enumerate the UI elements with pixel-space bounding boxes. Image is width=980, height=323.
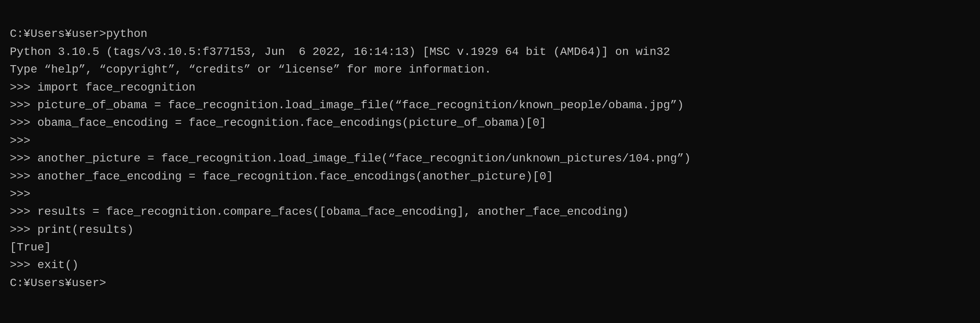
terminal-line-4: >>> picture_of_obama = face_recognition.…	[10, 96, 970, 114]
terminal-line-11: >>> print(results)	[10, 221, 970, 239]
terminal-line-6: >>>	[10, 132, 970, 150]
terminal-line-2: Type “help”, “copyright”, “credits” or “…	[10, 61, 970, 78]
terminal-line-7: >>> another_picture = face_recognition.l…	[10, 150, 970, 167]
terminal-line-10: >>> results = face_recognition.compare_f…	[10, 203, 970, 221]
terminal-line-1: Python 3.10.5 (tags/v3.10.5:f377153, Jun…	[10, 43, 970, 61]
terminal-line-9: >>>	[10, 185, 970, 203]
terminal-line-8: >>> another_face_encoding = face_recogni…	[10, 168, 970, 185]
terminal-line-5: >>> obama_face_encoding = face_recogniti…	[10, 114, 970, 132]
terminal-line-15: C:¥Users¥user>	[10, 274, 970, 292]
terminal-line-0: C:¥Users¥user>python	[10, 25, 970, 43]
terminal-line-13: >>> exit()	[10, 256, 970, 274]
terminal-window[interactable]: C:¥Users¥user>pythonPython 3.10.5 (tags/…	[0, 0, 980, 323]
terminal-line-3: >>> import face_recognition	[10, 79, 970, 96]
terminal-line-12: [True]	[10, 239, 970, 256]
